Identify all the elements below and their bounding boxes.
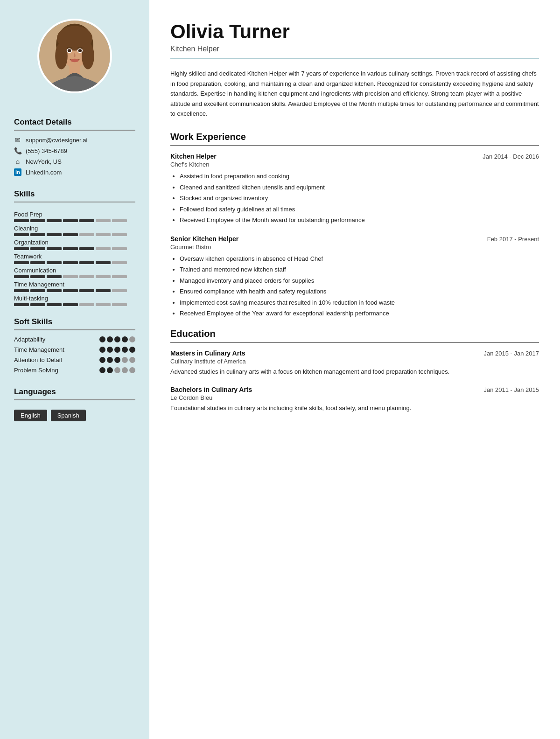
soft-skill-dot	[99, 357, 105, 363]
skill-bar	[14, 289, 135, 292]
skill-bar	[14, 275, 135, 278]
languages-section-title: Languages	[14, 387, 135, 397]
job-date: Jan 2014 - Dec 2016	[483, 153, 539, 160]
skill-segment	[30, 247, 45, 250]
education-block: Bachelors in Culinary ArtsJan 2011 - Jan…	[170, 386, 539, 413]
contact-email: ✉ support@cvdesigner.ai	[14, 136, 135, 144]
soft-skill-row: Adaptability	[14, 336, 135, 343]
job-company: Gourmet Bistro	[170, 244, 539, 251]
skill-label: Teamwork	[14, 253, 135, 260]
education-degree: Bachelors in Culinary Arts	[170, 386, 252, 393]
education-date: Jan 2011 - Jan 2015	[483, 386, 539, 393]
education-block: Masters in Culinary ArtsJan 2015 - Jan 2…	[170, 349, 539, 376]
email-icon: ✉	[14, 136, 21, 144]
skill-bar	[14, 247, 135, 250]
soft-skill-row: Problem Solving	[14, 367, 135, 374]
skill-segment	[112, 275, 127, 278]
name-section: Olivia Turner Kitchen Helper	[170, 21, 539, 53]
skill-label: Cleaning	[14, 225, 135, 232]
skill-segment	[96, 275, 111, 278]
language-tag: Spanish	[51, 410, 86, 421]
skill-segment	[79, 275, 94, 278]
job-bullet: Received Employee of the Month award for…	[180, 216, 539, 225]
skill-segment	[14, 233, 29, 236]
job-bullets: Assisted in food preparation and cooking…	[170, 172, 539, 225]
skills-divider	[14, 202, 135, 202]
skill-segment	[96, 289, 111, 292]
skill-label: Food Prep	[14, 211, 135, 218]
skill-segment	[112, 247, 127, 250]
soft-skill-label: Problem Solving	[14, 367, 99, 374]
location-icon: ⌂	[14, 158, 21, 165]
contact-phone: 📞 (555) 345-6789	[14, 147, 135, 154]
skill-segment	[112, 303, 127, 306]
skill-segment	[96, 303, 111, 306]
soft-skill-dot	[122, 336, 128, 342]
svg-point-10	[68, 49, 71, 52]
skill-segment	[47, 261, 62, 264]
soft-skill-dot	[107, 357, 113, 363]
job-company: Chef's Kitchen	[170, 161, 539, 168]
summary-text: Highly skilled and dedicated Kitchen Hel…	[170, 69, 539, 119]
skill-label: Multi-tasking	[14, 295, 135, 302]
sidebar: Contact Details ✉ support@cvdesigner.ai …	[0, 0, 149, 739]
skill-segment	[112, 261, 127, 264]
soft-skill-dot	[99, 336, 105, 342]
svg-point-5	[82, 43, 94, 70]
svg-point-11	[78, 49, 82, 52]
job-bullet: Trained and mentored new kitchen staff	[180, 265, 539, 274]
education-date: Jan 2015 - Jan 2017	[483, 350, 539, 357]
contact-section-title: Contact Details	[14, 118, 135, 127]
job-bullet: Implemented cost-saving measures that re…	[180, 298, 539, 307]
soft-skill-dot	[107, 347, 113, 353]
phone-text: (555) 345-6789	[26, 147, 67, 154]
education-divider	[170, 342, 539, 343]
skill-segment	[30, 219, 45, 222]
education-header: Masters in Culinary ArtsJan 2015 - Jan 2…	[170, 349, 539, 357]
skill-segment	[96, 219, 111, 222]
soft-skills-list: AdaptabilityTime ManagementAttention to …	[14, 336, 135, 377]
job-bullets: Oversaw kitchen operations in absence of…	[170, 254, 539, 318]
skill-label: Communication	[14, 267, 135, 274]
skill-segment	[112, 233, 127, 236]
language-tag: English	[14, 410, 47, 421]
soft-skill-dot	[107, 336, 113, 342]
job-header: Kitchen HelperJan 2014 - Dec 2016	[170, 153, 539, 160]
linkedin-icon: in	[14, 168, 21, 176]
skill-bar	[14, 261, 135, 264]
skill-label: Organization	[14, 239, 135, 246]
skill-segment	[47, 289, 62, 292]
skill-segment	[112, 219, 127, 222]
location-text: NewYork, US	[26, 158, 62, 165]
job-date: Feb 2017 - Present	[487, 236, 539, 243]
soft-skill-dot	[122, 357, 128, 363]
skill-bar	[14, 219, 135, 222]
skill-segment	[14, 303, 29, 306]
soft-skill-label: Adaptability	[14, 336, 99, 343]
job-title: Senior Kitchen Helper	[170, 235, 238, 243]
soft-skill-dots	[99, 357, 135, 363]
education-degree: Masters in Culinary Arts	[170, 349, 245, 357]
skill-bar	[14, 233, 135, 236]
job-bullet: Stocked and organized inventory	[180, 194, 539, 203]
education-title: Education	[170, 328, 539, 339]
soft-skill-dots	[99, 347, 135, 353]
soft-skill-dots	[99, 367, 135, 373]
work-experience-title: Work Experience	[170, 132, 539, 142]
soft-skill-dot	[114, 347, 120, 353]
soft-skill-dot	[107, 367, 113, 373]
education-school: Le Cordon Bleu	[170, 394, 539, 401]
svg-point-12	[70, 59, 78, 63]
skills-section-title: Skills	[14, 189, 135, 199]
skill-segment	[30, 303, 45, 306]
skill-bar	[14, 303, 135, 306]
skill-segment	[14, 219, 29, 222]
soft-skill-dot	[129, 347, 135, 353]
skill-segment	[30, 233, 45, 236]
candidate-name: Olivia Turner	[170, 21, 539, 42]
job-bullet: Oversaw kitchen operations in absence of…	[180, 254, 539, 264]
education-school: Culinary Institute of America	[170, 358, 539, 365]
languages-divider	[14, 399, 135, 400]
candidate-job-title: Kitchen Helper	[170, 45, 539, 53]
soft-skills-section-title: Soft Skills	[14, 317, 135, 327]
